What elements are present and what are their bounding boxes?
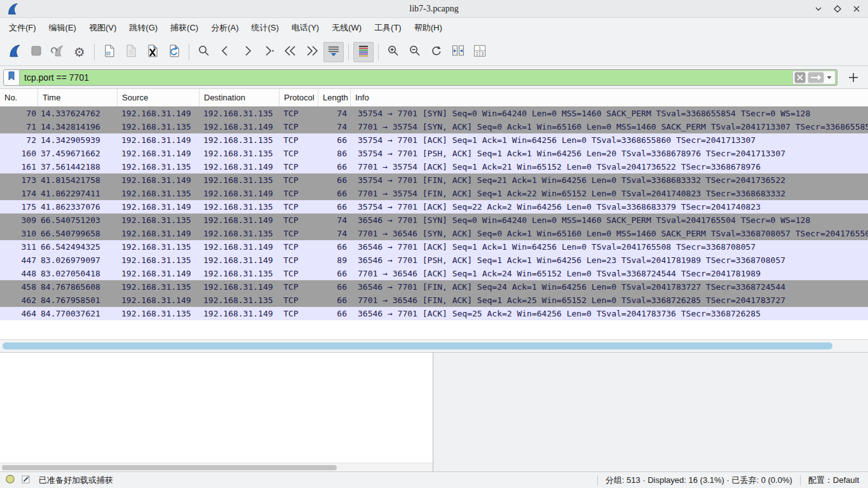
menu-item-2[interactable]: 视图(V) (83, 19, 123, 37)
cell-length: 66 (318, 173, 351, 187)
maximize-button[interactable] (832, 4, 843, 14)
menu-item-4[interactable]: 捕获(C) (164, 19, 205, 37)
packet-row[interactable]: 44883.027050418192.168.31.149192.168.31.… (0, 267, 868, 280)
profile-text[interactable]: 配置：Default (808, 475, 859, 486)
menu-item-1[interactable]: 编辑(E) (43, 19, 83, 37)
column-header-no[interactable]: No. (0, 89, 38, 106)
filter-clear-button[interactable] (794, 72, 806, 83)
packet-row[interactable]: 46484.770037621192.168.31.135192.168.31.… (0, 307, 868, 320)
cell-time: 37.561442188 (38, 160, 118, 173)
menu-item-3[interactable]: 跳转(G) (123, 19, 164, 37)
packet-list-hscrollbar[interactable] (0, 339, 868, 353)
cell-source: 192.168.31.135 (118, 280, 200, 294)
cell-source: 192.168.31.135 (118, 187, 200, 200)
cell-time: 84.767958501 (38, 294, 118, 307)
cell-source: 192.168.31.135 (118, 160, 200, 173)
packet-row[interactable]: 46284.767958501192.168.31.149192.168.31.… (0, 294, 868, 307)
cell-destination: 192.168.31.135 (200, 227, 280, 240)
packet-row[interactable]: 7214.342905939192.168.31.149192.168.31.1… (0, 133, 868, 147)
packet-list: 7014.337624762192.168.31.149192.168.31.1… (0, 107, 868, 320)
packet-row[interactable]: 16137.561442188192.168.31.135192.168.31.… (0, 160, 868, 173)
filter-bookmark-button[interactable] (4, 70, 20, 85)
display-filter-input[interactable]: tcp.port == 7701 (3, 69, 837, 86)
cell-length: 74 (318, 120, 351, 133)
cell-time: 14.342905939 (38, 133, 118, 147)
colorize-toggle-button[interactable] (353, 42, 374, 62)
packet-row[interactable]: 45884.767865608192.168.31.135192.168.31.… (0, 280, 868, 294)
packet-bytes-pane[interactable] (433, 353, 868, 471)
layout-button[interactable]: 123 (470, 42, 490, 62)
packet-row[interactable]: 16037.459671662192.168.31.149192.168.31.… (0, 147, 868, 160)
main-toolbar: ⚙ 123 (0, 38, 868, 66)
menu-item-8[interactable]: 无线(W) (325, 19, 368, 37)
column-header-info[interactable]: Info (351, 89, 868, 106)
packet-row[interactable]: 44783.026979097192.168.31.135192.168.31.… (0, 254, 868, 267)
packet-row[interactable]: 31166.542494325192.168.31.135192.168.31.… (0, 240, 868, 254)
filter-apply-button[interactable] (808, 72, 824, 83)
column-header-length[interactable]: Length (318, 89, 351, 106)
packet-details-pane[interactable] (0, 353, 433, 471)
menu-item-9[interactable]: 工具(T) (368, 19, 408, 37)
capture-comment-icon[interactable] (21, 474, 31, 486)
cell-length: 74 (318, 214, 351, 227)
go-forward-button[interactable] (237, 42, 257, 62)
packet-row[interactable]: 17541.862337076192.168.31.149192.168.31.… (0, 200, 868, 214)
menu-item-6[interactable]: 统计(S) (245, 19, 285, 37)
double-chevron-left-icon (283, 44, 297, 60)
find-packet-button[interactable] (194, 42, 214, 62)
stop-capture-button[interactable] (26, 42, 46, 62)
add-filter-button[interactable] (846, 71, 860, 85)
go-to-packet-button[interactable] (259, 42, 279, 62)
menu-item-0[interactable]: 文件(F) (3, 19, 43, 37)
cell-source: 192.168.31.135 (118, 120, 200, 133)
column-header-time[interactable]: Time (38, 89, 118, 106)
column-header-source[interactable]: Source (118, 89, 200, 106)
cell-time: 37.459671662 (38, 147, 118, 160)
start-capture-button[interactable] (4, 42, 25, 62)
cell-source: 192.168.31.135 (118, 307, 200, 320)
go-back-button[interactable] (215, 42, 236, 62)
zoom-out-button[interactable] (405, 42, 425, 62)
capture-options-button[interactable]: ⚙ (69, 42, 90, 62)
packet-row[interactable]: 17341.815421758192.168.31.149192.168.31.… (0, 173, 868, 187)
column-header-destination[interactable]: Destination (200, 89, 280, 106)
save-file-button[interactable] (121, 42, 141, 62)
packet-row[interactable]: 7114.342814196192.168.31.135192.168.31.1… (0, 120, 868, 133)
cell-no: 160 (0, 147, 38, 160)
resize-columns-button[interactable] (448, 42, 468, 62)
window-title: lib7-3.pcapng (0, 4, 868, 14)
go-last-packet-button[interactable] (302, 42, 322, 62)
cell-length: 74 (318, 227, 351, 240)
close-button[interactable] (851, 4, 862, 14)
zoom-in-button[interactable] (383, 42, 403, 62)
hscrollbar-thumb[interactable] (3, 342, 832, 349)
menu-item-7[interactable]: 电话(Y) (285, 19, 325, 37)
packet-row[interactable]: 31066.540799658192.168.31.149192.168.31.… (0, 227, 868, 240)
restart-capture-button[interactable] (48, 42, 68, 62)
packet-row[interactable]: 30966.540751203192.168.31.135192.168.31.… (0, 214, 868, 227)
zoom-reset-button[interactable] (426, 42, 447, 62)
expert-info-icon[interactable] (5, 474, 15, 486)
cell-info: 36546 → 7701 [ACK] Seq=1 Ack=1 Win=64256… (351, 240, 868, 254)
cell-time: 41.815421758 (38, 173, 118, 187)
details-hscrollbar-thumb[interactable] (2, 465, 337, 470)
filter-dropdown-arrow[interactable] (826, 74, 832, 81)
reload-file-button[interactable] (164, 42, 184, 62)
menu-item-10[interactable]: 帮助(H) (408, 19, 449, 37)
cell-source: 192.168.31.135 (118, 240, 200, 254)
column-header-protocol[interactable]: Protocol (280, 89, 318, 106)
cell-destination: 192.168.31.135 (200, 107, 280, 120)
chevron-left-icon (219, 44, 232, 60)
menu-item-5[interactable]: 分析(A) (205, 19, 245, 37)
packet-row[interactable]: 17441.862297411192.168.31.135192.168.31.… (0, 187, 868, 200)
details-hscrollbar[interactable] (0, 463, 433, 471)
resize-columns-icon (451, 44, 465, 60)
packet-row[interactable]: 7014.337624762192.168.31.149192.168.31.1… (0, 107, 868, 120)
cell-destination: 192.168.31.149 (200, 280, 280, 294)
go-first-packet-button[interactable] (280, 42, 301, 62)
cell-destination: 192.168.31.149 (200, 307, 280, 320)
auto-scroll-toggle-button[interactable] (323, 42, 344, 62)
minimize-button[interactable] (813, 4, 824, 14)
close-file-button[interactable] (142, 42, 163, 62)
open-file-button[interactable] (99, 42, 119, 62)
